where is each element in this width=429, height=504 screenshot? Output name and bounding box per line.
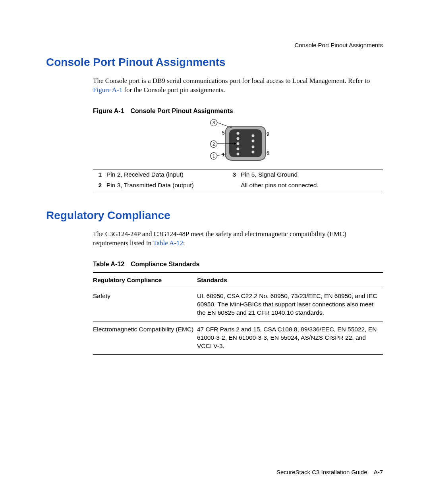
th-regulatory: Regulatory Compliance [93, 273, 197, 288]
pin-label-6: 6 [267, 150, 269, 156]
th-standards: Standards [197, 273, 383, 288]
pin-label-9: 9 [267, 131, 269, 137]
table-row: Safety UL 60950, CSA C22.2 No. 60950, 73… [93, 288, 383, 321]
page-footer: SecureStack C3 Installation Guide A-7 [276, 468, 383, 476]
svg-line-9 [216, 122, 232, 128]
svg-point-4 [237, 153, 240, 156]
text: The C3G124-24P and C3G124-48P meet the s… [93, 230, 346, 247]
compliance-table: Regulatory Compliance Standards Safety U… [93, 272, 383, 354]
db9-connector-diagram: 3 2 1 5 9 1 6 [198, 119, 278, 167]
section1-paragraph: The Console port is a DB9 serial communi… [93, 77, 383, 95]
section2-paragraph: The C3G124-24P and C3G124-48P meet the s… [93, 230, 383, 248]
svg-point-1 [237, 137, 240, 140]
svg-point-8 [252, 151, 255, 154]
pin-label-1: 1 [222, 152, 225, 158]
cell-standards: 47 CFR Parts 2 and 15, CSA C108.8, 89/33… [197, 321, 383, 355]
section1-body: The Console port is a DB9 serial communi… [93, 77, 383, 191]
table-xref-link[interactable]: Table A-12 [153, 239, 183, 247]
legend-text: Pin 5, Signal Ground [239, 169, 383, 180]
legend-row: 1 Pin 2, Received Data (input) 3 Pin 5, … [93, 169, 383, 180]
figure-number: Figure A-1 [93, 108, 124, 114]
figure-legend-table: 1 Pin 2, Received Data (input) 3 Pin 5, … [93, 169, 383, 191]
page: Console Port Pinout Assignments Console … [0, 0, 429, 504]
cell-standards: UL 60950, CSA C22.2 No. 60950, 73/23/EEC… [197, 288, 383, 321]
heading-console-port: Console Port Pinout Assignments [46, 55, 383, 70]
text: The Console port is a DB9 serial communi… [93, 77, 370, 85]
legend-idx: 2 [93, 180, 105, 191]
text: for the Console port pin assignments. [122, 86, 225, 94]
table-caption: Table A-12Compliance Standards [93, 260, 383, 269]
footer-book-title: SecureStack C3 Installation Guide [276, 469, 367, 475]
svg-point-3 [237, 148, 240, 150]
figure-title: Console Port Pinout Assignments [131, 108, 233, 114]
table-number: Table A-12 [93, 261, 124, 267]
svg-point-6 [252, 140, 255, 142]
legend-text: Pin 2, Received Data (input) [105, 169, 227, 180]
legend-text: All other pins not connected. [239, 180, 383, 191]
section2-body: The C3G124-24P and C3G124-48P meet the s… [93, 230, 383, 355]
table-header-row: Regulatory Compliance Standards [93, 273, 383, 288]
legend-row: 2 Pin 3, Transmitted Data (output) All o… [93, 180, 383, 191]
svg-point-2 [237, 142, 240, 145]
text: : [183, 239, 185, 247]
legend-idx: 3 [227, 169, 239, 180]
figure-graphic: 3 2 1 5 9 1 6 [93, 119, 383, 167]
svg-point-7 [252, 146, 255, 148]
running-header: Console Port Pinout Assignments [294, 41, 383, 49]
footer-page-number: A-7 [374, 469, 383, 475]
svg-point-5 [252, 135, 255, 137]
cell-category: Electromagnetic Compatibility (EMC) [93, 321, 197, 355]
pin-label-5: 5 [222, 130, 225, 136]
heading-regulatory: Regulatory Compliance [46, 208, 383, 223]
legend-idx [227, 180, 239, 191]
table-title: Compliance Standards [131, 261, 199, 267]
figure-caption: Figure A-1Console Port Pinout Assignment… [93, 107, 383, 115]
legend-text: Pin 3, Transmitted Data (output) [105, 180, 227, 191]
cell-category: Safety [93, 288, 197, 321]
table-row: Electromagnetic Compatibility (EMC) 47 C… [93, 321, 383, 355]
svg-point-0 [237, 132, 240, 135]
legend-idx: 1 [93, 169, 105, 180]
figure-xref-link[interactable]: Figure A-1 [93, 86, 122, 94]
